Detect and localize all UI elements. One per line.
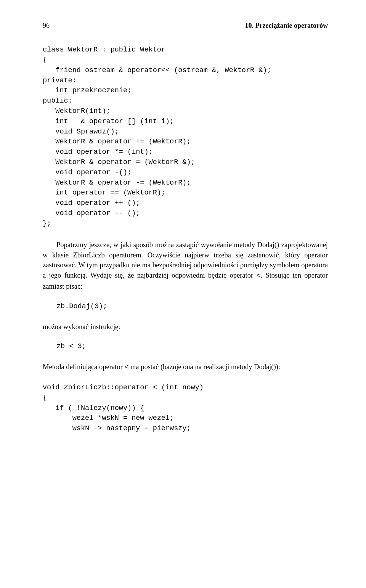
inline-code-lt-1: < bbox=[256, 272, 260, 280]
chapter-title: 10. Przeciążanie operatorów bbox=[245, 21, 328, 31]
paragraph-3: Metoda definiująca operator < ma postać … bbox=[43, 362, 328, 373]
paragraph-2: można wykonać instrukcję: bbox=[43, 322, 328, 332]
para3-text-after: ma postać (bazuje ona na realizacji meto… bbox=[128, 363, 280, 371]
code-block-class-wektorr: class WektorR : public Wektor { friend o… bbox=[43, 45, 328, 229]
code-zbdodaj: zb.Dodaj(3); bbox=[56, 302, 328, 312]
code-zblt3: zb < 3; bbox=[56, 342, 328, 352]
inline-code-lt-2: < bbox=[124, 363, 128, 371]
page-number: 96 bbox=[43, 21, 50, 31]
page: 96 10. Przeciążanie operatorów class Wek… bbox=[0, 0, 366, 588]
para3-text-before: Metoda definiująca operator bbox=[43, 363, 124, 371]
paragraph-1: Popatrzmy jeszcze, w jaki sposób można z… bbox=[43, 240, 328, 292]
code-block-operator-lt: void ZbiorLiczb::operator < (int nowy) {… bbox=[43, 383, 328, 434]
page-header: 96 10. Przeciążanie operatorów bbox=[43, 21, 328, 31]
